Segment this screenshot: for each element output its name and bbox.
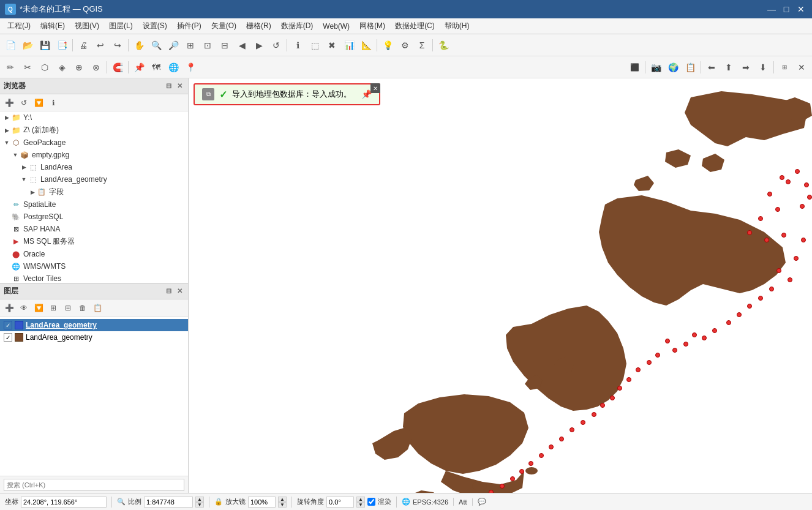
tree-item-landarea[interactable]: ▶ ⬚ LandArea: [0, 161, 188, 173]
tree-item-y[interactable]: ▶ 📁 Y:\: [0, 111, 188, 124]
menu-edit[interactable]: 编辑(E): [36, 20, 70, 32]
tree-item-saphana[interactable]: ▶ ⊠ SAP HANA: [0, 223, 188, 235]
map-canvas[interactable]: [189, 78, 812, 493]
layer-btn-2[interactable]: 🗺: [148, 59, 164, 75]
tree-item-oracle[interactable]: ▶ ⬤ Oracle: [0, 248, 188, 260]
expander-fields[interactable]: ▶: [28, 188, 37, 197]
save-project-button[interactable]: 💾: [37, 37, 53, 53]
expander-landarea-geom[interactable]: ▼: [20, 175, 28, 184]
expander-geopackage[interactable]: ▼: [2, 138, 11, 147]
expander-saphana[interactable]: ▶: [2, 225, 11, 233]
undo-button[interactable]: ↩: [92, 37, 108, 53]
layer-add-btn[interactable]: ➕: [2, 301, 16, 315]
scale-up-button[interactable]: ▲: [195, 497, 204, 502]
coordinate-input[interactable]: [21, 497, 107, 508]
render-checkbox[interactable]: [367, 498, 375, 506]
browser-refresh-btn[interactable]: ↺: [17, 96, 31, 110]
identify-button[interactable]: ℹ: [290, 37, 306, 53]
browser-collapse-btn[interactable]: ℹ: [47, 96, 60, 110]
pan-button[interactable]: ✋: [131, 37, 147, 53]
sum-button[interactable]: Σ: [414, 37, 430, 53]
digitize-btn-1[interactable]: ✏: [2, 59, 18, 75]
notification-close-button[interactable]: ✕: [370, 83, 380, 93]
browser-float-button[interactable]: ⊟: [164, 81, 173, 91]
menu-layer[interactable]: 图层(L): [104, 20, 138, 32]
layer-btn-4[interactable]: 📍: [182, 59, 198, 75]
layers-close-button[interactable]: ✕: [175, 287, 184, 296]
menu-project[interactable]: 工程(J): [2, 20, 36, 32]
search-input[interactable]: [4, 479, 184, 491]
expander-postgresql[interactable]: ▶: [2, 212, 11, 221]
digitize-btn-6[interactable]: ⊗: [88, 59, 104, 75]
georef-btn[interactable]: 📷: [648, 59, 664, 75]
layer-btn-1[interactable]: 📌: [131, 59, 147, 75]
tree-item-z[interactable]: ▶ 📁 Z\ (新加卷): [0, 124, 188, 137]
tree-item-wms[interactable]: ▶ 🌐 WMS/WMTS: [0, 260, 188, 272]
menu-plugins[interactable]: 插件(P): [172, 20, 206, 32]
extra-btn[interactable]: 📋: [682, 59, 698, 75]
open-table-button[interactable]: 📊: [341, 37, 357, 53]
refresh-button[interactable]: ↺: [268, 37, 284, 53]
menu-web[interactable]: Web(W): [318, 21, 355, 32]
menu-view[interactable]: 视图(V): [70, 20, 104, 32]
layer-item-2[interactable]: ✓ LandArea_geometry: [0, 331, 188, 343]
menu-processing[interactable]: 数据处理(C): [390, 20, 440, 32]
tree-item-emptygpkg[interactable]: ▼ 📦 empty.gpkg: [0, 149, 188, 161]
layer-show-btn[interactable]: 👁: [17, 301, 31, 315]
menu-help[interactable]: 帮助(H): [440, 20, 475, 32]
zoom-layer-button[interactable]: ⊡: [200, 37, 216, 53]
expander-y[interactable]: ▶: [2, 113, 11, 122]
layer-expand-btn[interactable]: ⊞: [47, 301, 60, 315]
globe-btn[interactable]: 🌍: [665, 59, 681, 75]
tree-item-mssql[interactable]: ▶ ▶ MS SQL 服务器: [0, 235, 188, 248]
tree-item-postgresql[interactable]: ▶ 🐘 PostgreSQL: [0, 211, 188, 223]
menu-database[interactable]: 数据库(D): [276, 20, 318, 32]
settings-button[interactable]: ⚙: [397, 37, 413, 53]
expander-oracle[interactable]: ▶: [2, 250, 11, 258]
measure-button[interactable]: 📐: [358, 37, 374, 53]
menu-raster[interactable]: 栅格(R): [241, 20, 276, 32]
import-btn[interactable]: ⬛: [627, 59, 642, 75]
expander-spatialite[interactable]: ▶: [2, 200, 11, 209]
layer-checkbox-2[interactable]: ✓: [4, 333, 12, 342]
zoom-next-button[interactable]: ▶: [251, 37, 267, 53]
menu-settings[interactable]: 设置(S): [138, 20, 172, 32]
tree-item-vector-tiles[interactable]: ▶ ⊞ Vector Tiles: [0, 272, 188, 283]
python-button[interactable]: 🐍: [435, 37, 451, 53]
browser-close-button[interactable]: ✕: [175, 81, 184, 91]
expander-z[interactable]: ▶: [2, 126, 11, 135]
expander-wms[interactable]: ▶: [2, 262, 11, 271]
tree-item-geopackage[interactable]: ▼ ⬡ GeoPackage: [0, 137, 188, 149]
expander-emptygpkg[interactable]: ▼: [11, 151, 20, 159]
layer-remove-btn[interactable]: 🗑: [76, 301, 89, 315]
zoom-out-button[interactable]: 🔎: [165, 37, 181, 53]
minimize-button[interactable]: —: [765, 3, 778, 15]
zoom-in-button[interactable]: 🔍: [148, 37, 164, 53]
digitize-btn-2[interactable]: ✂: [20, 59, 36, 75]
zoom-prev-button[interactable]: ◀: [234, 37, 250, 53]
messages-icon[interactable]: 💬: [478, 498, 486, 506]
layer-filter-btn[interactable]: 🔽: [32, 301, 45, 315]
digitize-btn-5[interactable]: ⊕: [71, 59, 87, 75]
menu-vector[interactable]: 矢量(O): [206, 20, 241, 32]
redo-button[interactable]: ↪: [110, 37, 126, 53]
layer-duplicate-btn[interactable]: 📋: [91, 301, 104, 315]
open-project-button[interactable]: 📂: [20, 37, 36, 53]
browser-filter-btn[interactable]: 🔽: [32, 96, 45, 110]
dock-btn[interactable]: ⊞: [776, 59, 792, 75]
tree-item-fields[interactable]: ▶ 📋 字段: [0, 186, 188, 198]
expander-mssql[interactable]: ▶: [2, 238, 11, 246]
nav-btn-1[interactable]: ⬅: [704, 59, 720, 75]
layers-float-button[interactable]: ⊟: [164, 287, 173, 296]
close-toolbar-btn[interactable]: ✕: [794, 59, 810, 75]
scale-input[interactable]: [144, 497, 193, 508]
layer-item-1[interactable]: ✓ LandArea_geometry: [0, 319, 188, 331]
magnifier-up-button[interactable]: ▲: [278, 497, 287, 502]
print-button[interactable]: 🖨: [75, 37, 91, 53]
digitize-btn-4[interactable]: ◈: [54, 59, 70, 75]
map-area[interactable]: ⧉ ✓ 导入到地理包数据库：导入成功。 📌 ✕: [189, 78, 812, 493]
layer-collapse-btn[interactable]: ⊟: [61, 301, 75, 315]
expander-landarea[interactable]: ▶: [20, 163, 28, 171]
layer-btn-3[interactable]: 🌐: [165, 59, 181, 75]
zoom-extent-button[interactable]: ⊞: [182, 37, 198, 53]
